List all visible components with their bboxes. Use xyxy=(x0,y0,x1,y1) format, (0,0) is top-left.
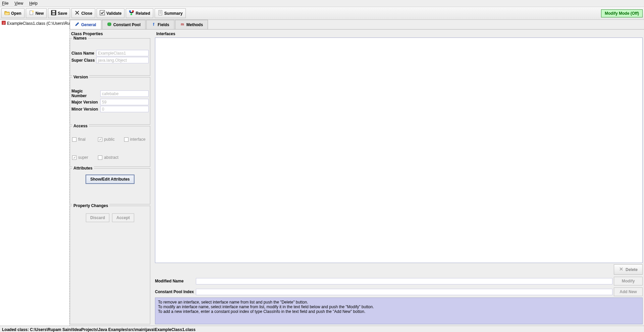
public-checkbox[interactable]: ✓public xyxy=(98,137,122,142)
summary-button[interactable]: Summary xyxy=(155,8,186,18)
magic-label: Magic Number xyxy=(71,89,99,98)
save-button[interactable]: Save xyxy=(48,8,70,18)
menu-help[interactable]: Help xyxy=(29,1,38,6)
menu-file-label: ile xyxy=(4,1,8,6)
delete-icon xyxy=(619,267,624,272)
related-button[interactable]: Related xyxy=(126,8,153,18)
add-new-button[interactable]: Add New xyxy=(614,287,643,296)
menu-help-label: elp xyxy=(32,1,38,6)
tree-item[interactable]: J ExampleClass1.class (C:\Users\Ru xyxy=(1,20,68,26)
close-label: Close xyxy=(81,11,92,16)
menu-view[interactable]: View xyxy=(14,1,23,6)
save-label: Save xyxy=(58,11,67,16)
validate-icon xyxy=(100,10,105,16)
help-line: To remove an interface, select interface… xyxy=(158,300,640,305)
checkbox-icon xyxy=(124,137,128,142)
final-label: final xyxy=(78,137,86,142)
interface-label: interface xyxy=(130,137,146,142)
property-changes-fieldset: Property Changes Discard Accept xyxy=(70,206,150,324)
open-button[interactable]: Open xyxy=(1,8,24,18)
close-button[interactable]: Close xyxy=(71,8,95,18)
svg-point-1 xyxy=(32,10,34,12)
help-box: To remove an interface, select interface… xyxy=(155,297,643,324)
super-class-field[interactable]: java.lang.Object xyxy=(96,57,149,63)
class-name-field[interactable]: ExampleClass1 xyxy=(96,50,149,56)
access-legend: Access xyxy=(72,124,89,128)
minor-field[interactable]: 0 xyxy=(100,106,149,112)
property-changes-legend: Property Changes xyxy=(72,203,109,208)
open-label: Open xyxy=(11,11,21,16)
interfaces-title: Interfaces xyxy=(155,31,643,37)
delete-label: Delete xyxy=(626,267,638,272)
final-checkbox[interactable]: final xyxy=(72,137,96,142)
checkbox-checked-icon: ✓ xyxy=(98,137,102,142)
tab-methods[interactable]: m Methods xyxy=(175,20,208,29)
checkbox-checked-icon: ✓ xyxy=(72,155,76,160)
summary-label: Summary xyxy=(164,11,183,16)
open-icon xyxy=(4,10,10,16)
interfaces-list[interactable] xyxy=(155,38,643,263)
class-name-label: Class Name xyxy=(71,51,95,56)
super-label: super xyxy=(78,155,88,160)
svg-rect-5 xyxy=(100,10,105,15)
tab-general[interactable]: General xyxy=(70,20,101,29)
svg-rect-8 xyxy=(130,13,132,15)
modify-mode-button[interactable]: Modify Mode (Off) xyxy=(601,9,643,17)
related-label: Related xyxy=(136,11,150,16)
show-edit-attributes-button[interactable]: Show/Edit Attributes xyxy=(86,175,135,184)
tab-general-label: General xyxy=(81,22,96,27)
help-line: To modify an interface name, select inte… xyxy=(158,305,640,309)
major-field[interactable]: 59 xyxy=(100,99,149,105)
tree-item-label: ExampleClass1.class (C:\Users\Ru xyxy=(7,21,70,26)
modified-name-label: Modified Name xyxy=(155,279,195,283)
new-icon xyxy=(29,10,34,16)
modify-button[interactable]: Modify xyxy=(614,277,643,285)
pencil-icon xyxy=(75,22,79,27)
constant-pool-index-input[interactable] xyxy=(196,289,612,295)
svg-text:f: f xyxy=(153,22,155,26)
attributes-fieldset: Attributes Show/Edit Attributes xyxy=(70,168,150,204)
magic-field[interactable]: cafebabe xyxy=(100,90,149,97)
super-checkbox[interactable]: ✓super xyxy=(72,155,96,160)
status-bar: Loaded class: C:\Users\Rupam Saini\IdeaP… xyxy=(0,326,644,332)
save-icon xyxy=(51,10,56,16)
names-legend: Names xyxy=(72,36,88,41)
related-icon xyxy=(129,10,134,16)
checkbox-icon xyxy=(72,137,76,142)
attributes-legend: Attributes xyxy=(72,166,94,171)
validate-button[interactable]: Validate xyxy=(97,8,124,18)
close-icon xyxy=(74,10,80,16)
new-button[interactable]: New xyxy=(26,8,47,18)
tab-constant-pool-label: Constant Pool xyxy=(113,22,141,27)
svg-rect-3 xyxy=(52,11,55,12)
version-legend: Version xyxy=(72,75,89,79)
menu-file[interactable]: File xyxy=(2,1,8,6)
super-class-label: Super Class xyxy=(71,58,95,63)
new-label: New xyxy=(36,11,44,16)
abstract-checkbox[interactable]: abstract xyxy=(98,155,122,160)
svg-rect-4 xyxy=(52,13,55,15)
public-label: public xyxy=(104,137,114,142)
major-label: Major Version xyxy=(71,100,99,105)
accept-button[interactable]: Accept xyxy=(112,213,134,222)
svg-rect-6 xyxy=(129,10,131,12)
summary-icon xyxy=(158,10,163,16)
delete-button[interactable]: Delete xyxy=(614,264,643,275)
discard-button[interactable]: Discard xyxy=(86,213,109,222)
svg-rect-9 xyxy=(159,10,162,15)
svg-text:J: J xyxy=(3,21,4,25)
tab-constant-pool[interactable]: Constant Pool xyxy=(102,20,146,29)
pool-icon xyxy=(107,22,112,27)
tree-pane[interactable]: J ExampleClass1.class (C:\Users\Ru xyxy=(0,20,70,326)
tab-fields[interactable]: f Fields xyxy=(146,20,174,29)
field-icon: f xyxy=(151,22,156,27)
abstract-label: abstract xyxy=(104,155,118,160)
modified-name-input[interactable] xyxy=(196,278,612,284)
svg-rect-7 xyxy=(132,10,134,12)
method-icon: m xyxy=(180,22,185,27)
modify-mode-label: Modify Mode (Off) xyxy=(605,11,639,16)
class-file-icon: J xyxy=(1,20,6,26)
validate-label: Validate xyxy=(106,11,121,16)
svg-text:m: m xyxy=(181,22,184,26)
interface-checkbox[interactable]: interface xyxy=(124,137,148,142)
